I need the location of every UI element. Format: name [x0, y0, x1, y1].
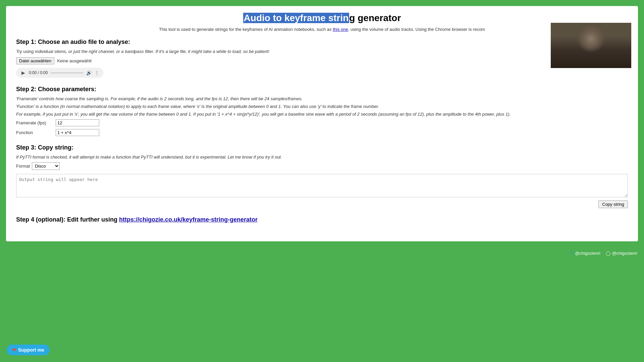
heart-icon: ❤ — [12, 347, 16, 353]
support-button[interactable]: ❤ Support me — [7, 345, 50, 355]
footer: 𝕏 @chigozienri ◯ @chigozienri — [0, 247, 644, 259]
no-file-label: Keine ausgewählt — [57, 58, 92, 63]
more-options-button[interactable]: ⋮ — [95, 70, 99, 75]
intro-text: This tool is used to generate strings fo… — [16, 27, 628, 32]
play-button[interactable]: ▶ — [20, 70, 26, 76]
step1-heading: Step 1: Choose an audio file to analyse: — [16, 39, 628, 46]
main-container: Audio to keyframe string generator This … — [6, 6, 638, 241]
file-choose-button[interactable]: Datei auswählen — [16, 57, 54, 64]
function-label: Function — [16, 130, 53, 135]
time-display: 0:00 / 0:00 — [29, 70, 48, 75]
framerate-input[interactable] — [56, 119, 99, 126]
format-row: Format Disco PyTTI Standard — [16, 162, 628, 170]
param-desc3: For example, if you just put in 'x', you… — [16, 112, 628, 117]
framerate-label: Framerate (fps) — [16, 120, 53, 125]
step1-section: Step 1: Choose an audio file to analyse:… — [16, 39, 628, 78]
github-handle: @chigozienri — [612, 251, 637, 256]
copy-row: Copy string — [16, 200, 628, 208]
function-row: Function — [16, 129, 628, 136]
param-desc2: 'Function' is a function (in normal math… — [16, 104, 628, 109]
file-row: Datei auswählen Keine ausgewählt — [16, 57, 628, 64]
step2-section: Step 2: Choose parameters: 'Framerate' c… — [16, 86, 628, 136]
step3-heading: Step 3: Copy string: — [16, 144, 628, 151]
step1-hint: Try using individual stems, or just the … — [16, 49, 628, 54]
step2-heading: Step 2: Choose parameters: — [16, 86, 628, 93]
function-input[interactable] — [56, 129, 99, 136]
support-label: Support me — [18, 347, 44, 353]
step3-section: Step 3: Copy string: If PyTTI format is … — [16, 144, 628, 208]
param-desc1: 'Framerate' controls how coarse the samp… — [16, 96, 628, 101]
twitter-link[interactable]: 𝕏 @chigozienri — [570, 251, 600, 256]
video-thumbnail — [551, 23, 631, 68]
format-select[interactable]: Disco PyTTI Standard — [32, 162, 60, 170]
twitter-icon: 𝕏 — [570, 251, 574, 256]
this-one-link[interactable]: this one — [333, 27, 348, 32]
step4-section: Step 4 (optional): Edit further using ht… — [16, 216, 628, 223]
page-title: Audio to keyframe string generator — [16, 13, 628, 23]
volume-button[interactable]: 🔊 — [86, 70, 92, 75]
title-highlighted: Audio to keyframe strin — [243, 13, 350, 23]
github-icon: ◯ — [606, 251, 611, 256]
step3-desc: If PyTTI format is checked, it will atte… — [16, 155, 628, 160]
copy-string-button[interactable]: Copy string — [598, 200, 628, 208]
progress-bar[interactable] — [51, 72, 84, 73]
step4-heading: Step 4 (optional): Edit further using ht… — [16, 216, 628, 223]
step4-link[interactable]: https://chigozie.co.uk/keyframe-string-g… — [119, 216, 258, 223]
framerate-row: Framerate (fps) — [16, 119, 628, 126]
audio-player: ▶ 0:00 / 0:00 🔊 ⋮ — [16, 68, 103, 78]
twitter-handle: @chigozienri — [575, 251, 600, 256]
output-textarea[interactable] — [16, 174, 628, 197]
github-link[interactable]: ◯ @chigozienri — [606, 251, 637, 256]
format-label: Format — [16, 164, 30, 169]
video-person — [551, 23, 631, 68]
